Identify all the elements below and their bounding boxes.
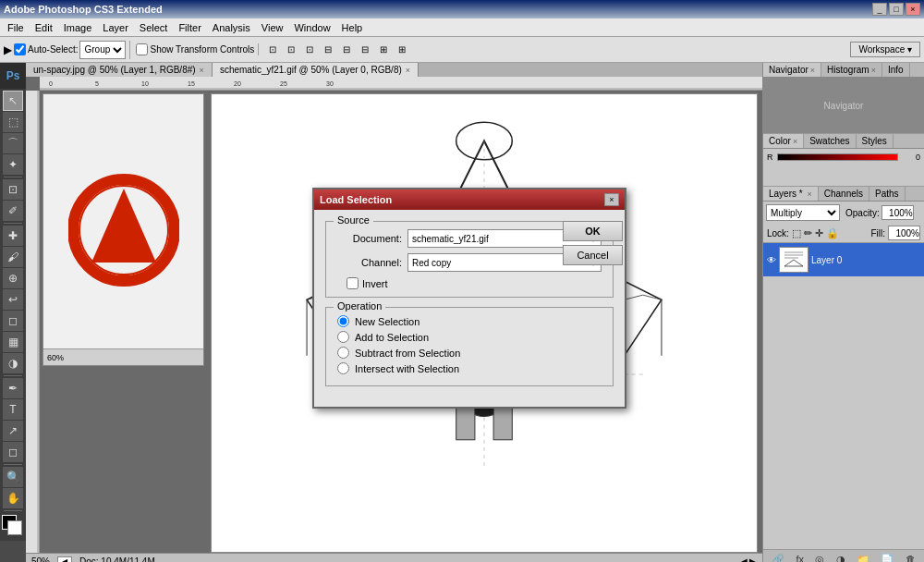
fill-input[interactable] (888, 226, 920, 240)
intersect-selection-radio[interactable] (337, 362, 349, 374)
tab-color[interactable]: Color× (763, 134, 804, 148)
menu-select[interactable]: Select (134, 20, 174, 35)
blend-mode-select[interactable]: Multiply Normal Screen Overlay (766, 204, 840, 221)
zoom-slider[interactable]: ◀ (57, 556, 72, 563)
new-group-btn[interactable]: 📁 (854, 553, 872, 562)
new-layer-btn[interactable]: 📄 (878, 553, 896, 562)
dialog-close-button[interactable]: × (604, 193, 619, 206)
clone-tool[interactable]: ⊕ (3, 268, 23, 288)
cancel-button[interactable]: Cancel (563, 245, 623, 265)
add-style-btn[interactable]: fx (794, 553, 808, 562)
doc-tab-1[interactable]: un-spacy.jpg @ 50% (Layer 1, RGB/8#) × (26, 63, 213, 77)
link-layers-btn[interactable]: 🔗 (769, 553, 787, 562)
doc-tab-2[interactable]: schematic_yf21.gif @ 50% (Layer 0, RGB/8… (213, 63, 419, 77)
hand-tool[interactable]: ✋ (3, 488, 23, 508)
auto-select-dropdown[interactable]: Group Layer (79, 41, 126, 59)
align-middle-btn[interactable]: ⊟ (338, 42, 355, 57)
add-selection-radio[interactable] (337, 331, 349, 343)
type-tool[interactable]: T (3, 399, 23, 420)
tab-info[interactable]: Info (882, 63, 910, 77)
lock-position-btn[interactable]: ✛ (815, 227, 823, 239)
invert-checkbox[interactable] (346, 277, 359, 289)
scroll-right-btn[interactable]: ▶ (749, 556, 757, 562)
heal-tool[interactable]: ✚ (3, 226, 23, 246)
align-left-btn[interactable]: ⊡ (264, 42, 281, 57)
distribute-v-btn[interactable]: ⊞ (394, 42, 410, 57)
auto-select-checkbox[interactable] (14, 43, 26, 55)
scroll-left-btn[interactable]: ◀ (740, 556, 748, 562)
align-right-btn[interactable]: ⊡ (301, 42, 318, 57)
color-swatches[interactable] (2, 515, 24, 537)
shape-tool[interactable]: ◻ (3, 442, 23, 462)
menu-filter[interactable]: Filter (173, 20, 206, 35)
operation-title: Operation (334, 300, 385, 312)
add-mask-btn[interactable]: ◎ (812, 553, 827, 562)
crop-tool[interactable]: ⊡ (3, 179, 23, 200)
subtract-selection-radio[interactable] (337, 347, 349, 359)
tab-styles[interactable]: Styles (857, 134, 894, 148)
magic-wand-tool[interactable]: ✦ (3, 154, 23, 175)
brush-tool[interactable]: 🖌 (3, 247, 23, 267)
new-fill-btn[interactable]: ◑ (833, 553, 848, 562)
ok-button[interactable]: OK (563, 221, 623, 241)
eraser-tool[interactable]: ◻ (3, 311, 23, 331)
gradient-tool[interactable]: ▦ (3, 332, 23, 352)
tab-paths[interactable]: Paths (869, 187, 906, 201)
background-color[interactable] (7, 520, 22, 535)
history-brush[interactable]: ↩ (3, 289, 23, 310)
align-top-btn[interactable]: ⊟ (320, 42, 336, 57)
menu-help[interactable]: Help (336, 20, 369, 35)
navigator-close[interactable]: × (810, 66, 815, 75)
tab-channels[interactable]: Channels (819, 187, 869, 201)
opacity-input[interactable] (881, 205, 914, 220)
navigator-preview: Navigator (824, 101, 864, 111)
lock-all-btn[interactable]: 🔒 (826, 227, 839, 239)
pen-tool[interactable]: ✒ (3, 378, 23, 398)
close-button[interactable]: × (906, 3, 920, 16)
maximize-button[interactable]: □ (889, 3, 904, 16)
dodge-tool[interactable]: ◑ (3, 353, 23, 373)
menu-image[interactable]: Image (58, 20, 98, 35)
align-bottom-btn[interactable]: ⊟ (357, 42, 373, 57)
marquee-tool[interactable]: ⬚ (3, 112, 23, 132)
menu-layer[interactable]: Layer (97, 20, 134, 35)
add-selection-row: Add to Selection (337, 331, 602, 343)
menu-file[interactable]: File (2, 20, 30, 35)
new-selection-radio[interactable] (337, 315, 349, 327)
ruler-horizontal: 0 5 10 15 20 25 30 (40, 77, 762, 91)
menu-view[interactable]: View (256, 20, 289, 35)
layer-item-0[interactable]: 👁 Layer 0 (763, 243, 924, 276)
eye-icon[interactable]: 👁 (767, 255, 776, 265)
delete-layer-btn[interactable]: 🗑 (903, 553, 918, 562)
doc-tab-1-close[interactable]: × (200, 66, 204, 75)
lasso-tool[interactable]: ⌒ (3, 133, 23, 153)
svg-text:20: 20 (234, 80, 241, 87)
workspace-button[interactable]: Workspace ▾ (850, 42, 920, 57)
lock-pixels-btn[interactable]: ✏ (804, 227, 812, 239)
transform-checkbox[interactable] (136, 43, 148, 55)
path-tool[interactable]: ↗ (3, 421, 23, 441)
color-r-slider[interactable] (777, 153, 899, 161)
color-content: R 0 (763, 149, 924, 186)
menu-window[interactable]: Window (288, 20, 335, 35)
distribute-h-btn[interactable]: ⊞ (375, 42, 392, 57)
layers-close[interactable]: × (807, 189, 811, 199)
menu-analysis[interactable]: Analysis (207, 20, 256, 35)
tab-swatches[interactable]: Swatches (804, 134, 856, 148)
layers-lock-row: Lock: ⬚ ✏ ✛ 🔒 Fill: (763, 224, 924, 243)
tab-histogram[interactable]: Histogram× (821, 63, 882, 77)
eyedropper-tool[interactable]: ✐ (3, 201, 23, 221)
tools-panel: ↖ ⬚ ⌒ ✦ ⊡ ✐ ✚ 🖌 ⊕ ↩ ◻ ▦ ◑ ✒ T ↗ ◻ 🔍 ✋ (0, 89, 26, 541)
tool-divider-4 (4, 464, 22, 465)
tab-navigator[interactable]: Navigator× (763, 63, 821, 77)
doc-tab-2-close[interactable]: × (406, 66, 410, 75)
histogram-close[interactable]: × (871, 66, 876, 75)
lock-transparent-btn[interactable]: ⬚ (792, 227, 801, 239)
minimize-button[interactable]: _ (872, 3, 887, 16)
menu-edit[interactable]: Edit (30, 20, 58, 35)
color-close[interactable]: × (793, 137, 797, 146)
move-tool[interactable]: ↖ (3, 91, 23, 111)
align-center-btn[interactable]: ⊡ (283, 42, 299, 57)
zoom-tool[interactable]: 🔍 (3, 467, 23, 487)
tab-layers[interactable]: Layers * × (763, 187, 819, 201)
